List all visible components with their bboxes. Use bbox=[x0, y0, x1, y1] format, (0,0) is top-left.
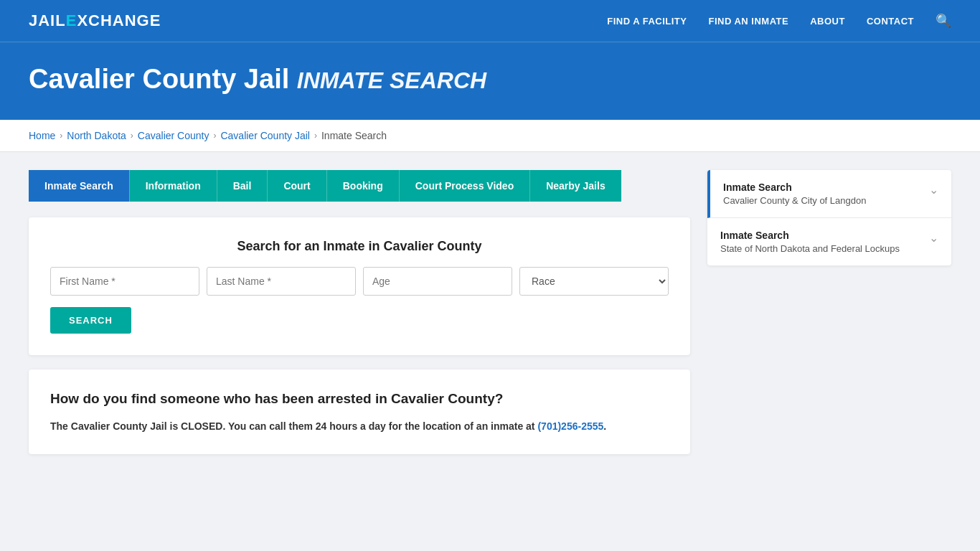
tab-booking[interactable]: Booking bbox=[326, 170, 399, 202]
last-name-input[interactable] bbox=[207, 267, 356, 296]
search-icon-button[interactable]: 🔍 bbox=[936, 13, 951, 29]
left-column: Inmate Search Information Bail Court Boo… bbox=[29, 170, 690, 454]
tab-bail[interactable]: Bail bbox=[217, 170, 268, 202]
chevron-down-icon-2: ⌄ bbox=[929, 231, 938, 245]
sidebar-item-state-text: Inmate Search State of North Dakota and … bbox=[720, 230, 900, 254]
search-card: Search for an Inmate in Cavalier County … bbox=[29, 217, 690, 355]
sidebar-item-local-label: Inmate Search bbox=[723, 182, 866, 193]
breadcrumb-state[interactable]: North Dakota bbox=[67, 130, 126, 141]
breadcrumb-sep-1: › bbox=[60, 131, 62, 141]
hero-title-main: Cavalier County Jail bbox=[29, 64, 289, 94]
sidebar-item-state-sublabel: State of North Dakota and Federal Lockup… bbox=[720, 243, 900, 254]
breadcrumb: Home › North Dakota › Cavalier County › … bbox=[29, 130, 951, 141]
site-logo[interactable]: JAILEXCHANGE bbox=[29, 11, 161, 30]
breadcrumb-bar: Home › North Dakota › Cavalier County › … bbox=[0, 120, 980, 152]
breadcrumb-jail[interactable]: Cavalier County Jail bbox=[220, 130, 310, 141]
info-heading: How do you find someone who has been arr… bbox=[50, 390, 669, 408]
nav-find-inmate[interactable]: FIND AN INMATE bbox=[708, 16, 788, 27]
tab-information[interactable]: Information bbox=[129, 170, 217, 202]
info-body: The Cavalier County Jail is CLOSED. You … bbox=[50, 418, 669, 434]
nav-about[interactable]: ABOUT bbox=[810, 16, 845, 27]
info-body-suffix: . bbox=[603, 420, 606, 432]
right-column: Inmate Search Cavalier County & City of … bbox=[707, 170, 951, 454]
breadcrumb-home[interactable]: Home bbox=[29, 130, 55, 141]
first-name-input[interactable] bbox=[50, 267, 199, 296]
site-header: JAILEXCHANGE FIND A FACILITY FIND AN INM… bbox=[0, 0, 980, 42]
nav-contact[interactable]: CONTACT bbox=[867, 16, 914, 27]
sidebar-item-local-sublabel: Cavalier County & City of Langdon bbox=[723, 195, 866, 206]
breadcrumb-current: Inmate Search bbox=[321, 130, 387, 141]
tab-inmate-search[interactable]: Inmate Search bbox=[29, 170, 129, 202]
race-select[interactable]: Race White Black Hispanic Asian Native A… bbox=[519, 267, 669, 296]
info-body-text: The Cavalier County Jail is CLOSED. You … bbox=[50, 420, 606, 432]
page-title: Cavalier County Jail INMATE SEARCH bbox=[29, 64, 951, 95]
age-input[interactable] bbox=[363, 267, 512, 296]
search-inputs: Race White Black Hispanic Asian Native A… bbox=[50, 267, 669, 296]
tab-nearby-jails[interactable]: Nearby Jails bbox=[529, 170, 621, 202]
main-content: Inmate Search Information Bail Court Boo… bbox=[0, 152, 980, 472]
sidebar-item-local-text: Inmate Search Cavalier County & City of … bbox=[723, 182, 866, 206]
tab-court[interactable]: Court bbox=[267, 170, 326, 202]
hero-title-sub: INMATE SEARCH bbox=[297, 67, 486, 93]
sidebar-card: Inmate Search Cavalier County & City of … bbox=[707, 170, 951, 265]
breadcrumb-sep-2: › bbox=[131, 131, 133, 141]
sidebar-item-local[interactable]: Inmate Search Cavalier County & City of … bbox=[707, 170, 951, 218]
sidebar-item-state[interactable]: Inmate Search State of North Dakota and … bbox=[707, 218, 951, 265]
tab-bar: Inmate Search Information Bail Court Boo… bbox=[29, 170, 690, 202]
tab-court-process-video[interactable]: Court Process Video bbox=[399, 170, 529, 202]
info-body-prefix: The Cavalier County Jail is CLOSED. You … bbox=[50, 420, 537, 432]
chevron-down-icon: ⌄ bbox=[929, 183, 938, 197]
breadcrumb-county[interactable]: Cavalier County bbox=[138, 130, 209, 141]
logo-ex: E bbox=[66, 11, 77, 29]
search-button[interactable]: SEARCH bbox=[50, 307, 131, 334]
hero-banner: Cavalier County Jail INMATE SEARCH bbox=[0, 42, 980, 120]
info-phone-link[interactable]: (701)256-2555 bbox=[537, 420, 603, 432]
sidebar-item-state-label: Inmate Search bbox=[720, 230, 900, 241]
breadcrumb-sep-4: › bbox=[314, 131, 317, 141]
nav-find-facility[interactable]: FIND A FACILITY bbox=[607, 16, 687, 27]
logo-exchange: XCHANGE bbox=[77, 11, 161, 29]
logo-jail: JAIL bbox=[29, 11, 66, 29]
info-card: How do you find someone who has been arr… bbox=[29, 369, 690, 454]
main-nav: FIND A FACILITY FIND AN INMATE ABOUT CON… bbox=[607, 13, 951, 29]
search-heading: Search for an Inmate in Cavalier County bbox=[50, 239, 669, 254]
breadcrumb-sep-3: › bbox=[213, 131, 216, 141]
